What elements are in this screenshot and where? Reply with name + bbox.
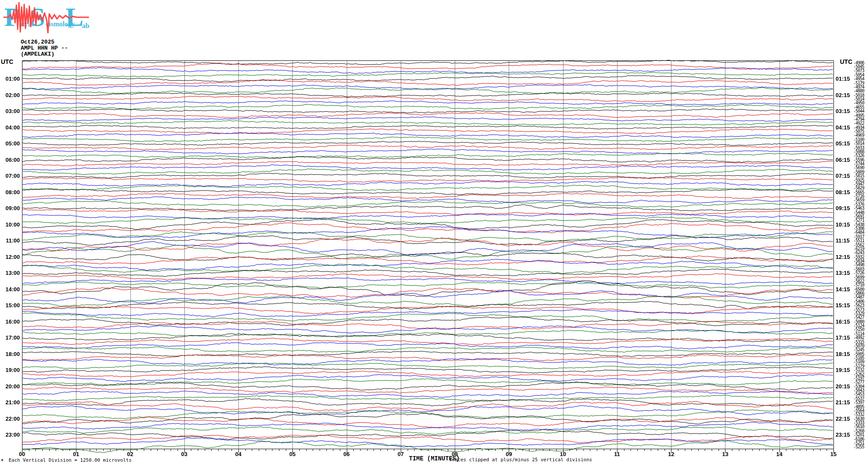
right-quarter-label: 07:15 [836, 173, 850, 179]
right-quarter-label: 01:15 [836, 76, 850, 82]
x-tick-label: 01 [73, 451, 79, 457]
x-tick-label: 03 [181, 451, 187, 457]
right-quarter-label: 03:15 [836, 108, 850, 114]
right-quarter-label: 08:15 [836, 189, 850, 195]
left-hour-label: 05:00 [0, 140, 20, 147]
x-tick-label: 06 [343, 451, 349, 457]
left-hour-label: 07:00 [0, 173, 20, 179]
x-tick-label: 10 [560, 451, 566, 457]
right-quarter-label: 13:15 [836, 270, 850, 276]
left-hour-label: 18:00 [0, 350, 20, 357]
x-tick-label: 15 [830, 451, 836, 457]
left-hour-label: 06:00 [0, 156, 20, 163]
left-hour-label: 10:00 [0, 221, 20, 227]
right-quarter-label: 05:15 [836, 140, 850, 147]
left-hour-label: 17:00 [0, 334, 20, 341]
x-tick-label: 13 [722, 451, 728, 457]
x-tick-label: 07 [398, 451, 404, 457]
left-hour-label: 11:00 [0, 237, 20, 244]
right-quarter-label: 02:15 [836, 91, 850, 98]
trace-offset-value: -5255 [853, 444, 864, 449]
right-quarter-label: 16:15 [836, 318, 850, 324]
right-quarter-label: 09:15 [836, 205, 850, 211]
left-hour-label: 14:00 [0, 286, 20, 292]
right-quarter-label: 21:15 [836, 399, 850, 406]
right-quarter-label: 04:15 [836, 124, 850, 130]
x-tick-label: 04 [235, 451, 241, 457]
right-quarter-label: 11:15 [836, 237, 850, 244]
right-quarter-label: 18:15 [836, 350, 850, 357]
right-quarter-label: 20:15 [836, 383, 850, 389]
helicorder-page: P atras S eismology L ab Oct26,2025 AMPL… [0, 0, 868, 466]
right-quarter-label: 23:15 [836, 431, 850, 438]
x-tick-label: 00 [19, 451, 25, 457]
left-hour-label: 03:00 [0, 108, 20, 114]
left-hour-label: 15:00 [0, 302, 20, 309]
right-quarter-label: 19:15 [836, 367, 850, 373]
left-hour-label: 13:00 [0, 270, 20, 276]
right-quarter-label: 12:15 [836, 253, 850, 260]
left-hour-label: 04:00 [0, 124, 20, 130]
x-tick-label: 12 [668, 451, 674, 457]
left-hour-label: 20:00 [0, 383, 20, 389]
right-quarter-label: 22:15 [836, 415, 850, 422]
left-hour-label: 08:00 [0, 189, 20, 195]
right-quarter-label: 10:15 [836, 221, 850, 227]
left-hour-label: 23:00 [0, 431, 20, 438]
x-tick-label: 09 [506, 451, 512, 457]
left-hour-label: 09:00 [0, 205, 20, 211]
x-tick-label: 11 [614, 451, 620, 457]
left-hour-label: 12:00 [0, 253, 20, 260]
right-quarter-label: 14:15 [836, 286, 850, 292]
x-tick-label: 14 [776, 451, 782, 457]
left-hour-label: 21:00 [0, 399, 20, 406]
right-quarter-label: 17:15 [836, 334, 850, 341]
right-quarter-label: 06:15 [836, 156, 850, 163]
x-tick-label: 05 [289, 451, 295, 457]
left-hour-label: 19:00 [0, 367, 20, 373]
left-hour-label: 01:00 [0, 76, 20, 82]
left-hour-label: 22:00 [0, 415, 20, 422]
left-hour-label: 16:00 [0, 318, 20, 324]
left-hour-label: 02:00 [0, 91, 20, 98]
x-tick-label: 02 [127, 451, 133, 457]
footer-mark: M [1, 459, 3, 462]
clip-note: Traces clipped at plus/minus 25 vertical… [449, 457, 592, 463]
seismogram-plot [0, 0, 868, 466]
right-quarter-label: 15:15 [836, 302, 850, 309]
scale-note: Each Vertical Division = 1250.00 microvo… [9, 457, 132, 463]
